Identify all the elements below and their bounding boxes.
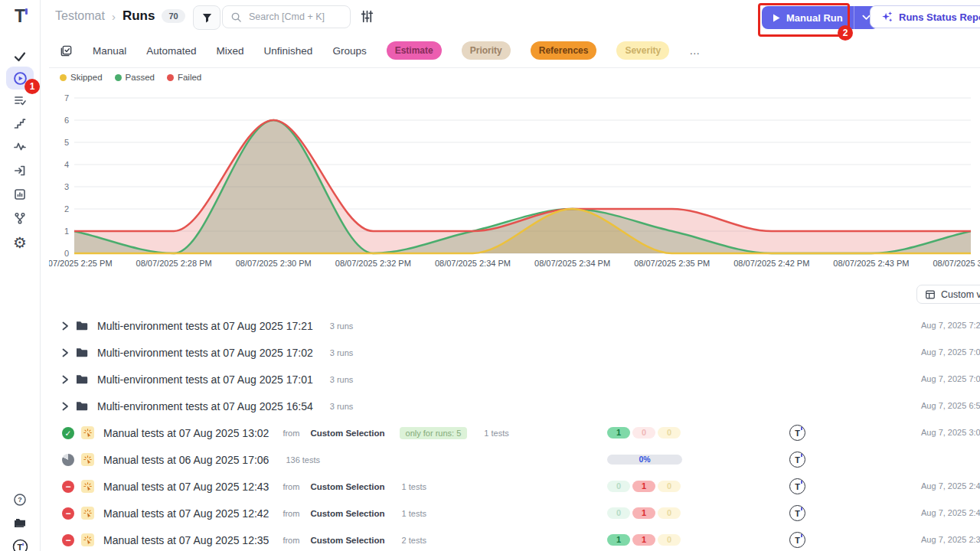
sidebar-item-help[interactable]: ? xyxy=(0,488,40,511)
run-status-icon xyxy=(62,454,74,466)
run-group-title[interactable]: Multi-environment tests at 07 Aug 2025 1… xyxy=(97,320,313,332)
run-group-title[interactable]: Multi-environment tests at 07 Aug 2025 1… xyxy=(97,400,313,412)
avatar[interactable]: T xyxy=(789,452,805,468)
count-skipped: 0 xyxy=(658,534,681,546)
chevron-right-icon[interactable] xyxy=(62,348,69,357)
svg-text:08/07/2025 2:32 PM: 08/07/2025 2:32 PM xyxy=(335,259,411,268)
svg-text:08/07/2025 2:34 PM: 08/07/2025 2:34 PM xyxy=(435,259,511,268)
run-status-icon: − xyxy=(62,507,74,520)
sidebar-item-tests[interactable] xyxy=(0,45,40,68)
custom-view-button[interactable]: Custom view xyxy=(916,285,980,304)
run-meta: 136 tests xyxy=(286,455,320,465)
run-group-title[interactable]: Multi-environment tests at 07 Aug 2025 1… xyxy=(97,347,313,359)
run-title[interactable]: Manual tests at 07 Aug 2025 12:43 xyxy=(103,481,269,493)
count-skipped: 0 xyxy=(658,507,681,519)
tab-estimate[interactable]: Estimate xyxy=(387,41,442,60)
avatar[interactable]: T xyxy=(789,478,805,494)
tab-automated[interactable]: Automated xyxy=(146,45,196,57)
sliders-icon xyxy=(360,9,374,24)
breadcrumb-project[interactable]: Testomat xyxy=(55,9,105,23)
gear-icon: ⚙ xyxy=(13,235,27,250)
chart-legend: SkippedPassedFailed xyxy=(60,73,201,82)
filter-button[interactable] xyxy=(193,5,220,30)
multi-select-button[interactable] xyxy=(60,44,73,57)
count-passed: 0 xyxy=(607,481,630,492)
tab-groups[interactable]: Groups xyxy=(332,45,366,57)
breadcrumb-separator: › xyxy=(112,10,116,23)
run-group-row[interactable]: Multi-environment tests at 07 Aug 2025 1… xyxy=(49,366,980,393)
svg-text:7: 7 xyxy=(64,93,69,103)
chevron-right-icon[interactable] xyxy=(62,375,69,384)
svg-text:08/07/2025 2:35 PM: 08/07/2025 2:35 PM xyxy=(634,259,710,268)
legend-item-passed[interactable]: Passed xyxy=(115,73,155,82)
view-settings-button[interactable] xyxy=(360,9,374,27)
run-group-row[interactable]: Multi-environment tests at 07 Aug 2025 1… xyxy=(49,312,980,339)
run-row[interactable]: − Manual tests at 07 Aug 2025 12:42 from… xyxy=(49,500,980,527)
sidebar-item-milestones[interactable] xyxy=(0,112,40,135)
sidebar-item-reports[interactable] xyxy=(0,183,40,206)
avatar-letter: T xyxy=(795,482,800,491)
count-passed: 0 xyxy=(607,507,630,519)
chevron-right-icon[interactable] xyxy=(62,402,69,411)
run-title[interactable]: Manual tests at 07 Aug 2025 12:35 xyxy=(103,534,269,546)
tab-references[interactable]: References xyxy=(531,41,597,60)
run-group-title[interactable]: Multi-environment tests at 07 Aug 2025 1… xyxy=(97,373,313,386)
app-logo[interactable]: T xyxy=(0,6,40,27)
tab-priority[interactable]: Priority xyxy=(462,41,511,60)
area-chart: 0123456708/07/2025 2:25 PM08/07/2025 2:2… xyxy=(49,73,980,276)
import-icon xyxy=(13,164,27,178)
avatar-accent xyxy=(801,534,802,537)
manual-run-label: Manual Run xyxy=(786,12,843,24)
runs-page: { "app": {"logo_letter": "T"}, "header":… xyxy=(0,0,980,551)
avatar[interactable]: T xyxy=(789,532,805,548)
sidebar-item-settings[interactable]: ⚙ xyxy=(0,231,40,254)
account-logo-icon: T xyxy=(12,539,28,551)
sidebar-item-account[interactable]: T xyxy=(0,535,40,551)
avatar[interactable]: T xyxy=(789,425,805,441)
run-row[interactable]: ✓ Manual tests at 07 Aug 2025 13:02 from… xyxy=(49,419,980,446)
run-row[interactable]: Manual tests at 06 Aug 2025 17:06 136 te… xyxy=(49,446,980,473)
run-time: Aug 7, 2025 2:35 PM xyxy=(921,535,980,544)
run-title[interactable]: Manual tests at 07 Aug 2025 13:02 xyxy=(103,427,269,439)
run-meta: 1 tests xyxy=(402,509,426,518)
avatar[interactable]: T xyxy=(789,505,805,521)
sidebar-item-projects[interactable] xyxy=(0,511,40,534)
chevron-right-icon[interactable] xyxy=(62,321,69,331)
count-failed: 1 xyxy=(632,534,655,546)
run-group-row[interactable]: Multi-environment tests at 07 Aug 2025 1… xyxy=(49,339,980,366)
run-time: Aug 7, 2025 7:02 PM xyxy=(921,347,980,357)
run-row[interactable]: − Manual tests at 07 Aug 2025 12:43 from… xyxy=(49,473,980,500)
search-box[interactable] xyxy=(222,5,351,28)
search-icon xyxy=(230,11,242,23)
run-from-label: from xyxy=(283,429,299,438)
manual-run-button[interactable]: Manual Run xyxy=(762,6,854,29)
funnel-icon xyxy=(201,12,213,24)
stairs-icon xyxy=(13,116,27,130)
search-input[interactable] xyxy=(247,11,342,23)
run-row[interactable]: − Manual tests at 07 Aug 2025 12:35 from… xyxy=(49,527,980,551)
tab-mixed[interactable]: Mixed xyxy=(217,45,244,57)
svg-text:08/07/2025 2:25 PM: 08/07/2025 2:25 PM xyxy=(49,259,113,268)
legend-item-skipped[interactable]: Skipped xyxy=(60,73,103,82)
svg-text:08/07/2025 2:34 PM: 08/07/2025 2:34 PM xyxy=(534,259,610,268)
runs-status-report-label: Runs Status Report xyxy=(899,11,980,23)
run-counts: 010 xyxy=(607,507,681,519)
legend-item-failed[interactable]: Failed xyxy=(167,73,201,82)
run-group-row[interactable]: Multi-environment tests at 07 Aug 2025 1… xyxy=(49,393,980,419)
sidebar-item-branches[interactable] xyxy=(0,207,40,230)
pulse-icon xyxy=(13,139,27,153)
sidebar-item-analytics[interactable] xyxy=(0,135,40,158)
folder-icon xyxy=(76,320,88,331)
run-status-icon: ✓ xyxy=(62,427,74,439)
sidebar-item-import[interactable] xyxy=(0,159,40,182)
tab-manual[interactable]: Manual xyxy=(93,45,126,57)
bar-chart-icon xyxy=(13,187,27,201)
page-title: Runs xyxy=(122,8,155,24)
tab-severity[interactable]: Severity xyxy=(616,41,669,60)
run-title[interactable]: Manual tests at 06 Aug 2025 17:06 xyxy=(103,454,269,466)
tab-unfinished[interactable]: Unfinished xyxy=(264,45,313,57)
run-title[interactable]: Manual tests at 07 Aug 2025 12:42 xyxy=(103,507,269,520)
run-time: Aug 7, 2025 2:42 PM xyxy=(921,508,980,517)
runs-status-report-button[interactable]: Runs Status Report xyxy=(870,5,980,28)
more-filters-button[interactable]: … xyxy=(689,44,701,57)
